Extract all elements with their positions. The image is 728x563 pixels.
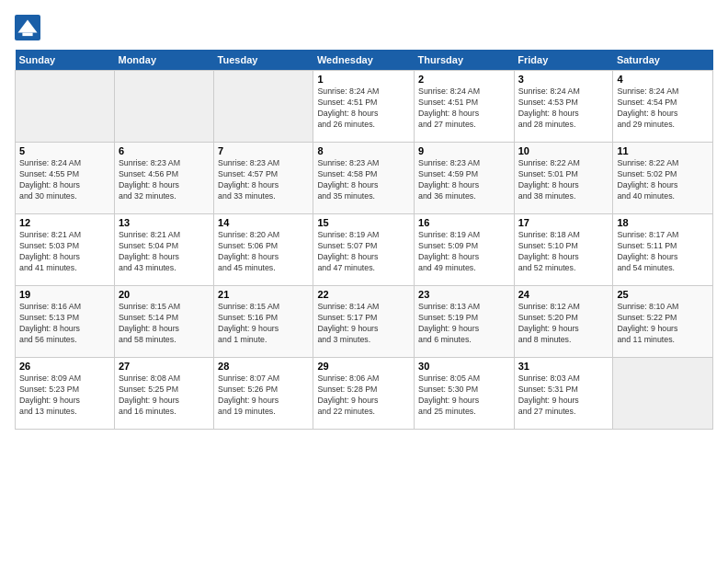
day-info: Sunrise: 8:15 AM Sunset: 5:16 PM Dayligh… bbox=[218, 302, 309, 346]
day-number: 9 bbox=[418, 145, 510, 156]
day-number: 30 bbox=[418, 361, 510, 372]
calendar-cell: 18Sunrise: 8:17 AM Sunset: 5:11 PM Dayli… bbox=[613, 214, 713, 286]
logo bbox=[15, 15, 44, 40]
day-info: Sunrise: 8:23 AM Sunset: 4:56 PM Dayligh… bbox=[119, 158, 210, 202]
day-info: Sunrise: 8:10 AM Sunset: 5:22 PM Dayligh… bbox=[617, 302, 709, 346]
weekday-header-sunday: Sunday bbox=[16, 50, 115, 71]
calendar-cell: 13Sunrise: 8:21 AM Sunset: 5:04 PM Dayli… bbox=[114, 214, 213, 286]
day-number: 19 bbox=[19, 289, 110, 300]
logo-icon bbox=[15, 15, 40, 40]
day-number: 11 bbox=[617, 145, 709, 156]
day-number: 21 bbox=[218, 289, 309, 300]
day-number: 24 bbox=[518, 289, 609, 300]
day-info: Sunrise: 8:15 AM Sunset: 5:14 PM Dayligh… bbox=[119, 302, 210, 346]
day-number: 10 bbox=[518, 145, 609, 156]
calendar-cell: 1Sunrise: 8:24 AM Sunset: 4:51 PM Daylig… bbox=[313, 71, 415, 143]
day-number: 3 bbox=[518, 74, 609, 85]
svg-rect-2 bbox=[22, 33, 32, 37]
day-info: Sunrise: 8:07 AM Sunset: 5:26 PM Dayligh… bbox=[218, 373, 309, 418]
day-number: 31 bbox=[518, 361, 609, 372]
day-info: Sunrise: 8:06 AM Sunset: 5:28 PM Dayligh… bbox=[317, 373, 410, 418]
calendar-week-row: 12Sunrise: 8:21 AM Sunset: 5:03 PM Dayli… bbox=[16, 214, 713, 286]
day-number: 7 bbox=[218, 145, 309, 156]
calendar-cell: 17Sunrise: 8:18 AM Sunset: 5:10 PM Dayli… bbox=[514, 214, 613, 286]
calendar-cell: 7Sunrise: 8:23 AM Sunset: 4:57 PM Daylig… bbox=[214, 143, 313, 214]
calendar-cell: 25Sunrise: 8:10 AM Sunset: 5:22 PM Dayli… bbox=[613, 286, 713, 358]
day-info: Sunrise: 8:03 AM Sunset: 5:31 PM Dayligh… bbox=[518, 373, 609, 418]
day-info: Sunrise: 8:19 AM Sunset: 5:07 PM Dayligh… bbox=[317, 230, 410, 274]
calendar-table: SundayMondayTuesdayWednesdayThursdayFrid… bbox=[15, 50, 713, 430]
calendar-cell bbox=[16, 71, 115, 143]
day-info: Sunrise: 8:16 AM Sunset: 5:13 PM Dayligh… bbox=[19, 302, 110, 346]
day-info: Sunrise: 8:24 AM Sunset: 4:53 PM Dayligh… bbox=[518, 86, 609, 131]
calendar-cell: 24Sunrise: 8:12 AM Sunset: 5:20 PM Dayli… bbox=[514, 286, 613, 358]
day-number: 1 bbox=[317, 74, 410, 85]
day-info: Sunrise: 8:17 AM Sunset: 5:11 PM Dayligh… bbox=[617, 230, 709, 274]
day-number: 8 bbox=[317, 145, 410, 156]
day-info: Sunrise: 8:24 AM Sunset: 4:51 PM Dayligh… bbox=[317, 86, 410, 131]
day-number: 17 bbox=[518, 217, 609, 228]
calendar-week-row: 5Sunrise: 8:24 AM Sunset: 4:55 PM Daylig… bbox=[16, 143, 713, 214]
day-info: Sunrise: 8:21 AM Sunset: 5:03 PM Dayligh… bbox=[19, 230, 110, 274]
weekday-header-tuesday: Tuesday bbox=[214, 50, 313, 71]
day-number: 23 bbox=[418, 289, 510, 300]
calendar-cell: 29Sunrise: 8:06 AM Sunset: 5:28 PM Dayli… bbox=[313, 358, 415, 430]
day-info: Sunrise: 8:19 AM Sunset: 5:09 PM Dayligh… bbox=[418, 230, 510, 274]
weekday-header-friday: Friday bbox=[514, 50, 613, 71]
weekday-header-wednesday: Wednesday bbox=[313, 50, 415, 71]
day-info: Sunrise: 8:21 AM Sunset: 5:04 PM Dayligh… bbox=[119, 230, 210, 274]
day-number: 29 bbox=[317, 361, 410, 372]
day-info: Sunrise: 8:23 AM Sunset: 4:58 PM Dayligh… bbox=[317, 158, 410, 202]
calendar-cell: 2Sunrise: 8:24 AM Sunset: 4:51 PM Daylig… bbox=[415, 71, 515, 143]
day-number: 13 bbox=[119, 217, 210, 228]
calendar-cell: 16Sunrise: 8:19 AM Sunset: 5:09 PM Dayli… bbox=[415, 214, 515, 286]
calendar-cell: 12Sunrise: 8:21 AM Sunset: 5:03 PM Dayli… bbox=[16, 214, 115, 286]
calendar-cell: 14Sunrise: 8:20 AM Sunset: 5:06 PM Dayli… bbox=[214, 214, 313, 286]
calendar-cell: 11Sunrise: 8:22 AM Sunset: 5:02 PM Dayli… bbox=[613, 143, 713, 214]
header bbox=[15, 15, 713, 40]
calendar-cell: 31Sunrise: 8:03 AM Sunset: 5:31 PM Dayli… bbox=[514, 358, 613, 430]
calendar-cell: 4Sunrise: 8:24 AM Sunset: 4:54 PM Daylig… bbox=[613, 71, 713, 143]
calendar-cell: 20Sunrise: 8:15 AM Sunset: 5:14 PM Dayli… bbox=[114, 286, 213, 358]
calendar-cell: 21Sunrise: 8:15 AM Sunset: 5:16 PM Dayli… bbox=[214, 286, 313, 358]
day-number: 16 bbox=[418, 217, 510, 228]
calendar-week-row: 1Sunrise: 8:24 AM Sunset: 4:51 PM Daylig… bbox=[16, 71, 713, 143]
calendar-cell: 22Sunrise: 8:14 AM Sunset: 5:17 PM Dayli… bbox=[313, 286, 415, 358]
day-number: 25 bbox=[617, 289, 709, 300]
day-info: Sunrise: 8:23 AM Sunset: 4:59 PM Dayligh… bbox=[418, 158, 510, 202]
page: SundayMondayTuesdayWednesdayThursdayFrid… bbox=[0, 0, 728, 563]
day-number: 14 bbox=[218, 217, 309, 228]
weekday-header-monday: Monday bbox=[114, 50, 213, 71]
calendar-cell: 9Sunrise: 8:23 AM Sunset: 4:59 PM Daylig… bbox=[415, 143, 515, 214]
day-info: Sunrise: 8:22 AM Sunset: 5:02 PM Dayligh… bbox=[617, 158, 709, 202]
day-number: 18 bbox=[617, 217, 709, 228]
day-info: Sunrise: 8:09 AM Sunset: 5:23 PM Dayligh… bbox=[19, 373, 110, 418]
calendar-cell: 8Sunrise: 8:23 AM Sunset: 4:58 PM Daylig… bbox=[313, 143, 415, 214]
calendar-cell: 30Sunrise: 8:05 AM Sunset: 5:30 PM Dayli… bbox=[415, 358, 515, 430]
day-number: 5 bbox=[19, 145, 110, 156]
day-number: 2 bbox=[418, 74, 510, 85]
calendar-cell: 6Sunrise: 8:23 AM Sunset: 4:56 PM Daylig… bbox=[114, 143, 213, 214]
day-info: Sunrise: 8:18 AM Sunset: 5:10 PM Dayligh… bbox=[518, 230, 609, 274]
day-info: Sunrise: 8:13 AM Sunset: 5:19 PM Dayligh… bbox=[418, 302, 510, 346]
weekday-header-saturday: Saturday bbox=[613, 50, 713, 71]
day-number: 22 bbox=[317, 289, 410, 300]
calendar-week-row: 26Sunrise: 8:09 AM Sunset: 5:23 PM Dayli… bbox=[16, 358, 713, 430]
calendar-cell bbox=[114, 71, 213, 143]
day-number: 20 bbox=[119, 289, 210, 300]
day-info: Sunrise: 8:20 AM Sunset: 5:06 PM Dayligh… bbox=[218, 230, 309, 274]
day-info: Sunrise: 8:05 AM Sunset: 5:30 PM Dayligh… bbox=[418, 373, 510, 418]
day-number: 4 bbox=[617, 74, 709, 85]
day-number: 15 bbox=[317, 217, 410, 228]
calendar-cell: 23Sunrise: 8:13 AM Sunset: 5:19 PM Dayli… bbox=[415, 286, 515, 358]
day-info: Sunrise: 8:24 AM Sunset: 4:51 PM Dayligh… bbox=[418, 86, 510, 131]
weekday-header-row: SundayMondayTuesdayWednesdayThursdayFrid… bbox=[16, 50, 713, 71]
day-info: Sunrise: 8:22 AM Sunset: 5:01 PM Dayligh… bbox=[518, 158, 609, 202]
calendar-cell: 15Sunrise: 8:19 AM Sunset: 5:07 PM Dayli… bbox=[313, 214, 415, 286]
calendar-cell: 27Sunrise: 8:08 AM Sunset: 5:25 PM Dayli… bbox=[114, 358, 213, 430]
day-info: Sunrise: 8:24 AM Sunset: 4:55 PM Dayligh… bbox=[19, 158, 110, 202]
calendar-cell bbox=[613, 358, 713, 430]
calendar-cell: 5Sunrise: 8:24 AM Sunset: 4:55 PM Daylig… bbox=[16, 143, 115, 214]
calendar-cell: 3Sunrise: 8:24 AM Sunset: 4:53 PM Daylig… bbox=[514, 71, 613, 143]
day-number: 12 bbox=[19, 217, 110, 228]
